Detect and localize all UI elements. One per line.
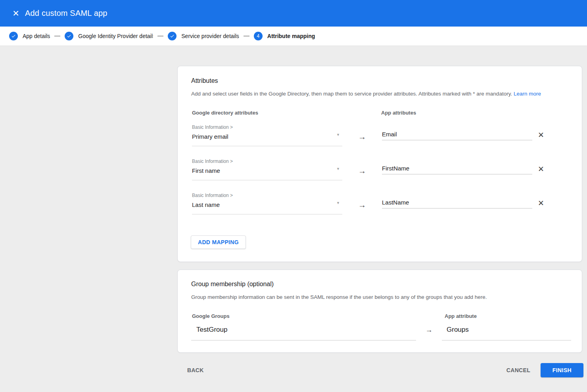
step-label: App details [23,33,50,39]
app-attribute-input[interactable] [382,165,532,174]
step-app-details[interactable]: App details [9,32,50,40]
google-groups-header: Google Groups [191,313,416,319]
add-mapping-button[interactable]: ADD MAPPING [191,235,246,249]
directory-attribute-select[interactable]: Basic Information > Primary email ▼ [192,124,342,146]
step-complete-check-icon [9,32,18,40]
finish-button[interactable]: FINISH [541,363,583,377]
chevron-down-icon: ▼ [336,167,340,171]
attributes-description-text: Add and select user fields in the Google… [191,91,512,97]
attribute-column-headers: Google directory attributes App attribut… [191,110,568,116]
app-attribute-input[interactable] [382,131,532,140]
group-app-attribute-header: App attribute [442,313,571,319]
group-membership-description: Group membership information can be sent… [191,294,568,301]
attribute-category-label: Basic Information > [192,158,342,164]
google-groups-input[interactable] [196,325,416,335]
chevron-down-icon: ▼ [336,201,340,205]
learn-more-link[interactable]: Learn more [514,91,541,97]
group-membership-card: Group membership (optional) Group member… [177,270,582,353]
step-separator [244,36,249,36]
directory-attribute-select[interactable]: Basic Information > First name ▼ [192,158,342,180]
step-complete-check-icon [168,32,176,40]
attribute-field-value: Primary email [192,133,342,141]
attribute-mapping-row: Basic Information > First name ▼ → ✕ [192,158,568,180]
attributes-card-title: Attributes [191,77,568,84]
app-attribute-input-wrap [382,199,532,214]
google-directory-attributes-header: Google directory attributes [191,110,381,116]
group-membership-title: Group membership (optional) [191,280,568,288]
chevron-down-icon: ▼ [336,133,340,137]
maps-to-arrow-icon: → [416,326,442,340]
step-separator [54,36,60,36]
step-label: Service provider details [181,33,239,39]
group-app-attribute-field-wrap [442,325,571,340]
attribute-mapping-rows: Basic Information > Primary email ▼ → ✕ … [191,124,568,214]
group-app-attribute-input[interactable] [447,325,571,335]
remove-mapping-icon[interactable]: ✕ [538,199,544,207]
back-button[interactable]: BACK [187,367,204,373]
attributes-card: Attributes Add and select user fields in… [177,66,582,262]
attribute-mapping-row: Basic Information > Last name ▼ → ✕ [192,192,568,214]
remove-mapping-cell: ✕ [532,131,556,146]
group-mapping-row: → [191,325,568,340]
remove-mapping-cell: ✕ [532,165,556,180]
attribute-category-label: Basic Information > [192,192,342,199]
dialog-title: Add custom SAML app [25,9,107,18]
maps-to-arrow-icon: → [342,201,382,214]
remove-mapping-icon[interactable]: ✕ [538,131,544,139]
step-attribute-mapping[interactable]: 4 Attribute mapping [254,32,315,40]
step-google-idp-details[interactable]: Google Identity Provider details [65,32,153,40]
attribute-mapping-row: Basic Information > Primary email ▼ → ✕ [192,124,568,146]
step-label: Google Identity Provider details [78,33,153,39]
app-attributes-header: App attributes [381,110,568,116]
maps-to-arrow-icon: → [342,133,382,146]
remove-mapping-cell: ✕ [532,199,556,214]
attribute-field-value: First name [192,167,342,175]
app-attribute-input-wrap [382,131,532,146]
remove-mapping-icon[interactable]: ✕ [538,165,544,173]
close-icon[interactable]: ✕ [8,6,23,21]
attribute-category-label: Basic Information > [192,124,342,130]
maps-to-arrow-icon: → [342,167,382,180]
google-groups-field-wrap [191,325,416,340]
group-arrow-spacer [416,313,442,319]
wizard-stepper: App details Google Identity Provider det… [0,27,587,46]
step-complete-check-icon [65,32,73,40]
dialog-header: ✕ Add custom SAML app [0,0,587,27]
step-separator [157,36,163,36]
step-label: Attribute mapping [267,33,315,39]
app-attribute-input-wrap [382,165,532,180]
wizard-footer: BACK CANCEL FINISH [177,363,583,377]
attributes-card-description: Add and select user fields in the Google… [191,90,568,98]
group-column-headers: Google Groups App attribute [191,313,568,319]
main-content: Attributes Add and select user fields in… [0,46,587,377]
step-number-badge: 4 [254,32,263,40]
directory-attribute-select[interactable]: Basic Information > Last name ▼ [192,192,342,214]
step-service-provider-details[interactable]: Service provider details [168,32,239,40]
app-attribute-input[interactable] [382,199,532,208]
cancel-button[interactable]: CANCEL [506,367,530,373]
attribute-field-value: Last name [192,201,342,209]
